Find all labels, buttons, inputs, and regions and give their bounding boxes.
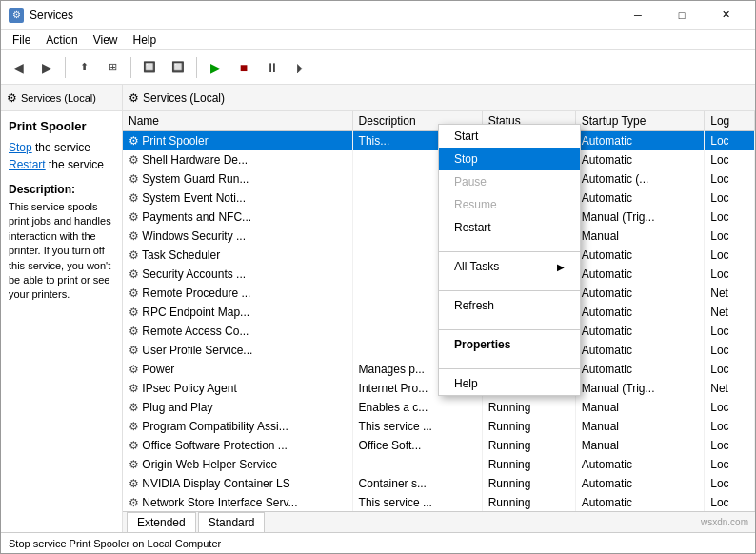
cell-startup: Automatic bbox=[575, 474, 705, 493]
row-gear-icon: ⚙ bbox=[129, 287, 139, 300]
restart-suffix: the service bbox=[46, 158, 104, 171]
left-panel-title: Services (Local) bbox=[21, 92, 96, 104]
context-menu-item[interactable]: Pause bbox=[439, 170, 580, 193]
cell-name: ⚙ Plug and Play bbox=[123, 398, 352, 417]
close-button[interactable]: ✕ bbox=[704, 1, 747, 30]
cell-log: Loc bbox=[705, 474, 755, 493]
col-name[interactable]: Name bbox=[123, 111, 352, 131]
toolbar-pause[interactable]: ⏸ bbox=[259, 54, 286, 81]
cell-desc bbox=[352, 455, 482, 474]
row-gear-icon: ⚙ bbox=[129, 477, 139, 490]
cell-name: ⚙ Program Compatibility Assi... bbox=[123, 417, 352, 436]
toolbar-stop[interactable]: ■ bbox=[230, 54, 257, 81]
cell-status: Running bbox=[482, 493, 575, 512]
cell-desc: This service ... bbox=[352, 417, 482, 436]
menu-action[interactable]: Action bbox=[38, 31, 85, 49]
cell-log: Loc bbox=[705, 150, 755, 169]
row-gear-icon: ⚙ bbox=[129, 248, 139, 262]
toolbar-show-hide[interactable]: ⊞ bbox=[99, 54, 126, 81]
ctx-item-label: All Tasks bbox=[454, 260, 499, 273]
toolbar-btn3[interactable]: 🔲 bbox=[136, 54, 163, 81]
ctx-item-label: Properties bbox=[454, 338, 510, 351]
context-menu-item[interactable] bbox=[439, 356, 580, 366]
context-menu-item[interactable] bbox=[439, 278, 580, 287]
left-panel-content: Print Spooler Stop the service Restart t… bbox=[1, 111, 122, 532]
maximize-button[interactable]: □ bbox=[660, 1, 704, 30]
left-panel-header: ⚙ Services (Local) bbox=[1, 85, 122, 111]
table-row[interactable]: ⚙ Network Store Interface Serv...This se… bbox=[123, 493, 755, 512]
row-gear-icon: ⚙ bbox=[129, 344, 139, 357]
row-gear-icon: ⚙ bbox=[129, 363, 139, 376]
context-menu-item[interactable] bbox=[439, 239, 580, 248]
cell-name: ⚙ Office Software Protection ... bbox=[123, 436, 352, 455]
tab-extended[interactable]: Extended bbox=[127, 512, 196, 532]
restart-link[interactable]: Restart bbox=[9, 158, 46, 171]
window-title: Services bbox=[30, 9, 73, 22]
table-row[interactable]: ⚙ NVIDIA Display Container LSContainer s… bbox=[123, 474, 755, 493]
cell-desc: This service ... bbox=[352, 493, 482, 512]
stop-link[interactable]: Stop bbox=[9, 141, 32, 154]
menu-help[interactable]: Help bbox=[126, 31, 165, 49]
context-menu-item[interactable]: Refresh bbox=[439, 294, 580, 317]
description-text: This service spools print jobs and handl… bbox=[9, 200, 114, 303]
toolbar-up[interactable]: ⬆ bbox=[70, 54, 97, 81]
toolbar-play[interactable]: ▶ bbox=[202, 54, 229, 81]
context-menu-item[interactable]: Stop bbox=[439, 148, 580, 170]
toolbar-sep3 bbox=[196, 57, 197, 78]
cell-startup: Automatic bbox=[575, 284, 705, 303]
context-menu-item[interactable]: Resume bbox=[439, 193, 580, 216]
col-startup[interactable]: Startup Type bbox=[575, 111, 705, 131]
table-row[interactable]: ⚙ Office Software Protection ...Office S… bbox=[123, 436, 755, 455]
cell-name: ⚙ Task Scheduler bbox=[123, 246, 352, 265]
minimize-button[interactable]: ─ bbox=[616, 1, 660, 30]
col-log[interactable]: Log bbox=[705, 111, 755, 131]
cell-log: Loc bbox=[705, 360, 755, 379]
table-row[interactable]: ⚙ Plug and PlayEnables a c...RunningManu… bbox=[123, 398, 755, 417]
context-menu-item[interactable]: Properties bbox=[439, 333, 580, 356]
toolbar-btn4[interactable]: 🔲 bbox=[165, 54, 191, 81]
ctx-item-label: Resume bbox=[454, 198, 497, 211]
cell-name: ⚙ System Guard Run... bbox=[123, 169, 352, 188]
title-bar-left: ⚙ Services bbox=[9, 8, 73, 23]
ctx-item-label: Pause bbox=[454, 175, 487, 188]
row-gear-icon: ⚙ bbox=[129, 153, 139, 167]
ctx-item-label: Stop bbox=[454, 152, 478, 166]
toolbar-forward[interactable]: ▶ bbox=[33, 54, 60, 81]
cell-status: Running bbox=[482, 455, 575, 474]
ctx-item-label: Restart bbox=[454, 221, 491, 234]
context-menu-item[interactable] bbox=[439, 317, 580, 326]
title-bar: ⚙ Services ─ □ ✕ bbox=[1, 1, 755, 30]
ctx-separator bbox=[439, 290, 580, 291]
tab-standard[interactable]: Standard bbox=[198, 512, 266, 532]
cell-status: Running bbox=[482, 436, 575, 455]
toolbar-back[interactable]: ◀ bbox=[5, 54, 31, 81]
cell-name: ⚙ System Event Noti... bbox=[123, 188, 352, 208]
cell-desc: Office Soft... bbox=[352, 436, 482, 455]
context-menu-item[interactable]: Help bbox=[439, 372, 580, 395]
menu-view[interactable]: View bbox=[86, 31, 126, 49]
context-menu-item[interactable]: Start bbox=[439, 125, 580, 148]
cell-name: ⚙ Print Spooler bbox=[123, 131, 352, 150]
cell-name: ⚙ Remote Procedure ... bbox=[123, 284, 352, 303]
menu-file[interactable]: File bbox=[5, 31, 38, 49]
table-row[interactable]: ⚙ Program Compatibility Assi...This serv… bbox=[123, 417, 755, 436]
row-gear-icon: ⚙ bbox=[129, 191, 139, 205]
cell-status: Running bbox=[482, 417, 575, 436]
row-gear-icon: ⚙ bbox=[129, 382, 139, 395]
context-menu-item[interactable]: Restart bbox=[439, 216, 580, 239]
cell-startup: Automatic bbox=[575, 493, 705, 512]
cell-name: ⚙ Windows Security ... bbox=[123, 227, 352, 246]
cell-log: Loc bbox=[705, 436, 755, 455]
cell-startup: Manual (Trig... bbox=[575, 208, 705, 227]
cell-log: Loc bbox=[705, 455, 755, 474]
content-area: ⚙ Services (Local) Print Spooler Stop th… bbox=[1, 85, 755, 532]
toolbar-restart[interactable]: ⏵ bbox=[288, 54, 314, 81]
table-row[interactable]: ⚙ Origin Web Helper ServiceRunningAutoma… bbox=[123, 455, 755, 474]
cell-startup: Automatic bbox=[575, 303, 705, 322]
context-menu-item[interactable]: All Tasks▶ bbox=[439, 255, 580, 278]
cell-status: Running bbox=[482, 474, 575, 493]
row-gear-icon: ⚙ bbox=[129, 439, 139, 452]
row-gear-icon: ⚙ bbox=[129, 325, 139, 338]
cell-name: ⚙ Origin Web Helper Service bbox=[123, 455, 352, 474]
cell-startup: Manual bbox=[575, 227, 705, 246]
